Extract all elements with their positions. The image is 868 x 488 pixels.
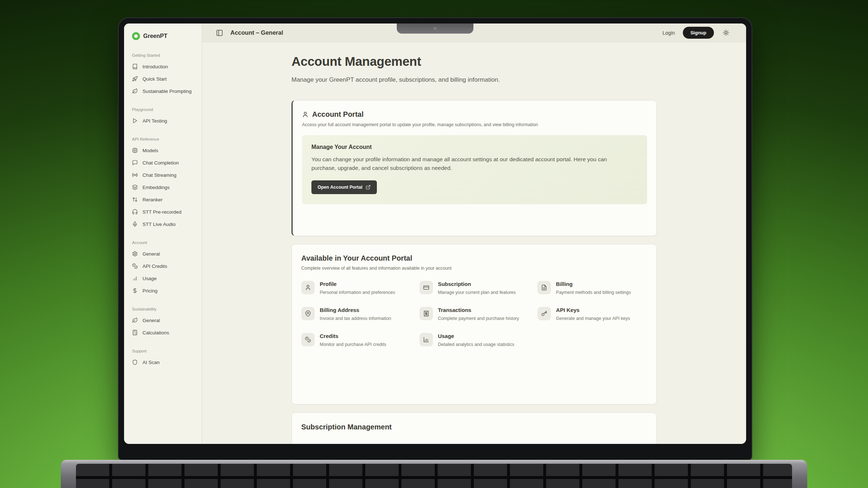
sort-arrows-icon [132, 197, 138, 202]
section-label: Sustainability [132, 307, 197, 311]
sidebar-item-models[interactable]: Models [132, 144, 197, 157]
sidebar-item-label: Usage [142, 276, 157, 281]
sidebar-section-sustainability: Sustainability General Calculations [132, 307, 197, 339]
subscription-management-card: Subscription Management [292, 412, 657, 444]
sidebar-item-quick-start[interactable]: Quick Start [132, 73, 197, 85]
leaf-icon [132, 317, 138, 323]
user-icon [302, 111, 309, 118]
sidebar-item-api-credits[interactable]: API Credits [132, 260, 197, 272]
sidebar-item-label: API Credits [142, 264, 167, 269]
sidebar-item-sustainability-general[interactable]: General [132, 314, 197, 326]
laptop-lid: GreenPT Getting Started Introduction Qui… [119, 18, 752, 460]
sun-icon [723, 29, 729, 36]
sidebar-section-playground: Playground API Testing [132, 107, 197, 127]
feature-title: Profile [320, 281, 395, 287]
section-label: Account [132, 240, 197, 245]
sidebar-item-pricing[interactable]: Pricing [132, 284, 197, 297]
external-link-icon [366, 185, 371, 190]
feature-usage: Usage Detailed analytics and usage stati… [420, 333, 529, 348]
sidebar-item-usage[interactable]: Usage [132, 272, 197, 284]
coins-icon [305, 337, 311, 343]
feature-transactions: Transactions Complete payment and purcha… [420, 307, 529, 322]
cpu-icon [132, 147, 138, 153]
section-label: Playground [132, 107, 197, 112]
section-label: API Reference [132, 137, 197, 141]
card-subtitle: Access your full account management port… [302, 122, 647, 127]
feature-desc: Payment methods and billing settings [556, 289, 631, 296]
main-column: Account – General Login Signup Account M… [202, 23, 746, 444]
feature-desc: Detailed analytics and usage statistics [438, 341, 514, 348]
brand-logo[interactable]: GreenPT [132, 32, 197, 40]
feature-title: API Keys [556, 307, 630, 313]
laptop-keyboard [76, 464, 792, 488]
card-title: Subscription Management [301, 423, 647, 431]
sidebar-item-account-general[interactable]: General [132, 248, 197, 260]
sidebar-item-chat-streaming[interactable]: Chat Streaming [132, 169, 197, 181]
sidebar-section-getting-started: Getting Started Introduction Quick Start… [132, 53, 197, 97]
page-breadcrumb-title: Account – General [230, 29, 283, 36]
feature-billing: Billing Payment methods and billing sett… [537, 281, 647, 296]
sidebar-item-label: Embeddings [142, 185, 170, 190]
sidebar-section-account: Account General API Credits Usage [132, 240, 197, 297]
sidebar-item-label: General [142, 318, 160, 323]
topbar: Account – General Login Signup [202, 23, 746, 42]
feature-desc: Personal information and preferences [320, 289, 395, 296]
sidebar-item-label: STT Live Audio [142, 222, 175, 227]
account-portal-card: Account Portal Access your full account … [292, 100, 657, 236]
sidebar-item-reranker[interactable]: Reranker [132, 193, 197, 206]
chart-column-icon [423, 337, 429, 343]
coins-icon [132, 263, 138, 269]
sidebar-section-api-reference: API Reference Models Chat Completion Cha… [132, 137, 197, 230]
shield-icon [132, 359, 138, 365]
dollar-icon [132, 288, 138, 294]
sidebar-item-calculations[interactable]: Calculations [132, 326, 197, 339]
feature-desc: Generate and manage your API keys [556, 315, 630, 322]
sidebar-item-stt-live-audio[interactable]: STT Live Audio [132, 218, 197, 230]
sidebar-item-chat-completion[interactable]: Chat Completion [132, 157, 197, 169]
card-title: Account Portal [312, 110, 363, 119]
key-icon [541, 311, 547, 317]
sidebar-item-label: General [142, 251, 160, 257]
login-button[interactable]: Login [663, 30, 675, 36]
sidebar-item-embeddings[interactable]: Embeddings [132, 181, 197, 193]
sidebar-item-label: Models [142, 148, 158, 153]
leaf-icon [132, 88, 138, 94]
broadcast-icon [132, 172, 138, 178]
sidebar-item-stt-pre-recorded[interactable]: STT Pre-recorded [132, 206, 197, 218]
sidebar-item-label: Quick Start [142, 76, 167, 82]
panel-body: You can change your profile information … [311, 155, 622, 172]
feature-billing-address: Billing Address Invoice and tax address … [301, 307, 411, 322]
sidebar-item-api-testing[interactable]: API Testing [132, 115, 197, 127]
open-account-portal-button[interactable]: Open Account Portal [311, 180, 377, 194]
sidebar-section-support: Support AI Scan [132, 349, 197, 368]
features-grid: Profile Personal information and prefere… [301, 281, 647, 348]
receipt-icon [423, 311, 429, 317]
sidebar-toggle-button[interactable] [216, 29, 223, 37]
theme-toggle-button[interactable] [723, 29, 729, 36]
manage-account-panel: Manage Your Account You can change your … [302, 135, 647, 204]
feature-title: Credits [320, 333, 386, 339]
main-content: Account Management Manage your GreenPT a… [202, 42, 746, 444]
sidebar-item-ai-scan[interactable]: AI Scan [132, 356, 197, 368]
file-text-icon [541, 284, 547, 291]
sidebar-item-introduction[interactable]: Introduction [132, 60, 197, 73]
feature-desc: Invoice and tax address information [320, 315, 391, 322]
brand-name: GreenPT [143, 33, 167, 39]
webcam-icon [433, 27, 437, 30]
sidebar-item-label: AI Scan [142, 360, 159, 365]
signup-button[interactable]: Signup [683, 27, 714, 39]
feature-title: Subscription [438, 281, 516, 287]
sidebar-item-sustainable-prompting[interactable]: Sustainable Prompting [132, 85, 197, 97]
feature-desc: Complete payment and purchase history [438, 315, 519, 322]
feature-title: Usage [438, 333, 514, 339]
sidebar-item-label: Chat Streaming [142, 172, 176, 178]
feature-title: Billing [556, 281, 631, 287]
layers-icon [132, 184, 138, 190]
page-background: GreenPT Getting Started Introduction Qui… [0, 0, 868, 488]
play-icon [132, 118, 138, 124]
card-subtitle: Complete overview of all features and in… [301, 266, 647, 271]
sidebar-item-label: Calculations [142, 330, 169, 335]
map-pin-icon [305, 311, 311, 317]
sidebar: GreenPT Getting Started Introduction Qui… [124, 23, 202, 444]
button-label: Open Account Portal [318, 185, 362, 190]
